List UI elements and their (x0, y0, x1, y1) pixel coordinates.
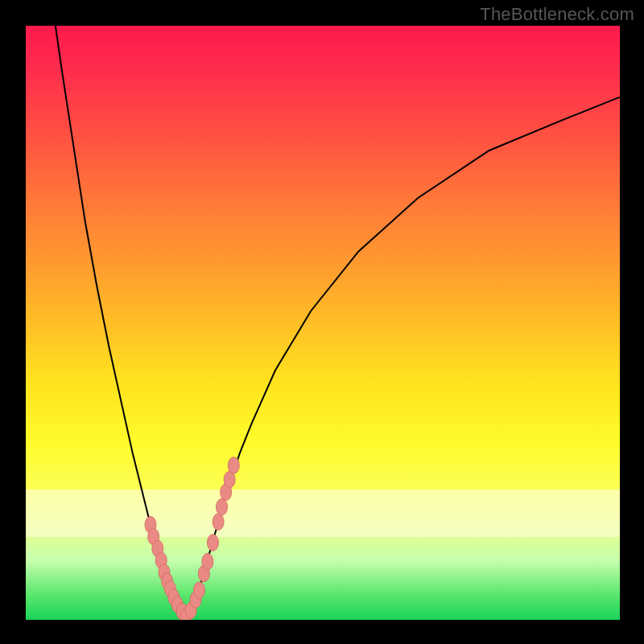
data-point (228, 457, 239, 474)
plot-area (26, 26, 620, 620)
data-point (207, 535, 218, 551)
watermark-text: TheBottleneck.com (480, 4, 634, 25)
data-point (202, 553, 213, 570)
data-point (217, 498, 228, 515)
curve-bottleneck-curve-left (56, 26, 186, 617)
curve-bottleneck-curve-right (186, 97, 620, 617)
curve-layer (56, 26, 620, 617)
data-point (193, 582, 204, 599)
marker-layer (145, 457, 239, 620)
plot-svg (26, 26, 620, 620)
data-point (213, 514, 224, 530)
chart-frame: TheBottleneck.com (0, 0, 644, 644)
